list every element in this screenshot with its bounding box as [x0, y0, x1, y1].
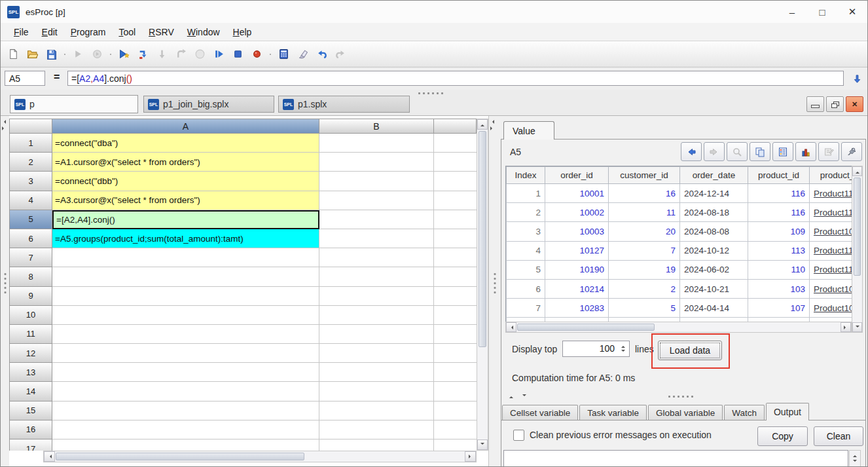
- cell-C11[interactable]: [434, 325, 477, 344]
- close-window-button[interactable]: ✕: [837, 1, 867, 23]
- row-header-5[interactable]: 5: [9, 210, 52, 229]
- row-header-12[interactable]: 12: [9, 344, 52, 363]
- table-cell[interactable]: 10190: [545, 260, 609, 279]
- cell-B1[interactable]: [319, 134, 434, 153]
- cell-B7[interactable]: [319, 248, 434, 267]
- row-header-2[interactable]: 2: [9, 153, 52, 172]
- table-cell[interactable]: 2024-06-02: [680, 260, 748, 279]
- record-view-button[interactable]: [772, 142, 793, 161]
- cell-A15[interactable]: [52, 402, 319, 420]
- doc-tab-p[interactable]: SPLp: [10, 95, 138, 113]
- menu-rsrv[interactable]: RSRV: [142, 25, 181, 39]
- cell-A10[interactable]: [52, 306, 319, 325]
- doc-tab-p1_join_big.splx[interactable]: SPLp1_join_big.splx: [143, 96, 274, 113]
- copy-button[interactable]: Copy: [757, 426, 808, 446]
- output-scrollbar[interactable]: [849, 450, 861, 467]
- cell-B2[interactable]: [319, 153, 434, 172]
- table-cell[interactable]: 2024-10-12: [680, 241, 748, 260]
- table-cell[interactable]: Product103: [810, 279, 854, 298]
- display-top-value[interactable]: 100: [600, 341, 615, 356]
- back-button[interactable]: [681, 142, 702, 161]
- table-cell[interactable]: 2024-08-18: [680, 203, 748, 222]
- row-header-3[interactable]: 3: [9, 172, 52, 191]
- row-header-1[interactable]: 1: [9, 134, 52, 153]
- table-cell[interactable]: 19: [609, 260, 680, 279]
- column-header-A[interactable]: A: [52, 119, 319, 134]
- table-cell[interactable]: 2: [507, 203, 545, 222]
- left-splitter[interactable]: [1, 116, 10, 467]
- table-cell[interactable]: 107: [748, 299, 810, 318]
- row-header-9[interactable]: 9: [9, 287, 52, 306]
- menu-program[interactable]: Program: [64, 25, 113, 39]
- table-cell[interactable]: Product109: [810, 222, 854, 241]
- formula-input[interactable]: =[A2,A4].conj(): [67, 71, 844, 86]
- open-file-button[interactable]: [25, 47, 39, 62]
- tab-cellset-variable[interactable]: Cellset variable: [502, 405, 578, 420]
- cell-A12[interactable]: [52, 344, 319, 363]
- cell-C10[interactable]: [434, 306, 477, 325]
- load-data-button[interactable]: Load data: [658, 341, 722, 360]
- col-header-order_id[interactable]: order_id: [545, 167, 609, 184]
- spinner-arrows[interactable]: [618, 342, 628, 356]
- row-header-17[interactable]: 17: [9, 439, 52, 451]
- doc-tab-p1.splx[interactable]: SPLp1.splx: [278, 96, 410, 113]
- cell-A16[interactable]: [52, 420, 319, 439]
- cell-A7[interactable]: [52, 248, 319, 267]
- clean-button[interactable]: Clean: [814, 426, 863, 446]
- grid-corner-header[interactable]: [9, 119, 52, 134]
- table-cell[interactable]: Product116: [810, 184, 854, 203]
- menu-file[interactable]: File: [7, 25, 35, 39]
- cell-B8[interactable]: [319, 267, 434, 286]
- menu-help[interactable]: Help: [226, 25, 259, 39]
- col-header-product_name[interactable]: product_name: [810, 167, 854, 184]
- save-button[interactable]: [44, 47, 58, 62]
- tab-output[interactable]: Output: [766, 403, 809, 420]
- menu-window[interactable]: Window: [181, 25, 226, 39]
- cell-A6[interactable]: =A5.groups(product_id;sum(total_amount):…: [52, 229, 319, 248]
- table-cell[interactable]: 113: [748, 241, 810, 260]
- cell-B15[interactable]: [319, 402, 434, 420]
- cell-A5[interactable]: =[A2,A4].conj(): [52, 210, 319, 229]
- run-cellset-button[interactable]: [117, 47, 131, 62]
- bottom-splitter[interactable]: [501, 392, 865, 402]
- expand-formula-button[interactable]: [849, 71, 865, 86]
- cell-A2[interactable]: =A1.cursor@x("select * from orders"): [52, 153, 319, 172]
- cell-C9[interactable]: [434, 287, 477, 306]
- table-cell[interactable]: 10214: [545, 279, 609, 298]
- table-horizontal-scrollbar[interactable]: [505, 322, 852, 333]
- column-header-B[interactable]: B: [319, 119, 434, 134]
- cell-A13[interactable]: [52, 363, 319, 382]
- cell-B13[interactable]: [319, 363, 434, 382]
- stop-button[interactable]: [230, 47, 245, 62]
- cell-C8[interactable]: [434, 267, 477, 286]
- draw-chart-button[interactable]: [795, 142, 816, 161]
- cell-C3[interactable]: [434, 172, 477, 191]
- table-cell[interactable]: 5: [609, 299, 680, 318]
- table-cell[interactable]: 5: [507, 260, 545, 279]
- cell-B4[interactable]: [319, 191, 434, 210]
- grid-vertical-scrollbar[interactable]: [477, 119, 488, 451]
- cell-B11[interactable]: [319, 325, 434, 344]
- cell-C13[interactable]: [434, 363, 477, 382]
- cell-B6[interactable]: [319, 229, 434, 248]
- cell-A4[interactable]: =A3.cursor@x("select * from orders"): [52, 191, 319, 210]
- cell-C4[interactable]: [434, 191, 477, 210]
- row-header-14[interactable]: 14: [9, 382, 52, 401]
- table-cell[interactable]: 11: [609, 203, 680, 222]
- cell-B5[interactable]: [319, 210, 434, 229]
- menu-edit[interactable]: Edit: [35, 25, 64, 39]
- cell-C5[interactable]: [434, 210, 477, 229]
- minimize-window-button[interactable]: –: [777, 1, 807, 23]
- cell-B14[interactable]: [319, 382, 434, 401]
- clear-button[interactable]: [295, 47, 310, 62]
- cell-C12[interactable]: [434, 344, 477, 363]
- output-textarea[interactable]: [503, 450, 848, 467]
- row-header-16[interactable]: 16: [9, 420, 52, 439]
- table-cell[interactable]: 1: [507, 184, 545, 203]
- table-cell[interactable]: 2024-10-21: [680, 279, 748, 298]
- cell-C15[interactable]: [434, 402, 477, 420]
- splitter-dots[interactable]: [418, 92, 443, 94]
- mdi-minimize-button[interactable]: [806, 96, 824, 112]
- row-header-4[interactable]: 4: [9, 191, 52, 210]
- table-cell[interactable]: 16: [609, 184, 680, 203]
